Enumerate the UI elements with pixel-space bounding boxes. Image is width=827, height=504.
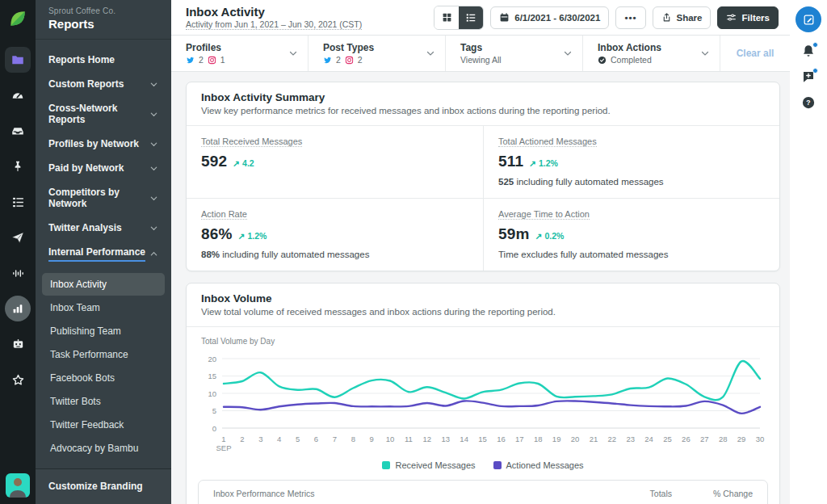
- subitem-inbox-team[interactable]: Inbox Team: [42, 296, 165, 319]
- svg-text:24: 24: [644, 435, 653, 443]
- clear-all-button[interactable]: Clear all: [720, 36, 790, 71]
- svg-text:?: ?: [806, 99, 810, 107]
- table-header-totals: Totals: [599, 489, 672, 498]
- inbox-performance-table: Inbox Performance Metrics Totals % Chang…: [198, 480, 768, 504]
- svg-text:4: 4: [277, 435, 281, 443]
- sidebar-item-internal-performance[interactable]: Internal Performance: [36, 240, 171, 268]
- svg-text:8: 8: [351, 435, 355, 443]
- inbox-volume-card: Inbox Volume View total volume of receiv…: [186, 283, 780, 504]
- share-button[interactable]: Share: [653, 6, 712, 29]
- internal-performance-submenu: Inbox Activity Inbox Team Publishing Tea…: [36, 268, 171, 468]
- svg-text:SEP: SEP: [216, 443, 231, 452]
- subitem-task-performance[interactable]: Task Performance: [42, 343, 165, 366]
- svg-text:30: 30: [756, 435, 765, 443]
- grid-view-button[interactable]: [434, 6, 459, 29]
- svg-text:20: 20: [571, 435, 580, 443]
- volume-chart: 0510152012345678910111213141516171819202…: [201, 351, 766, 456]
- svg-text:22: 22: [608, 435, 617, 443]
- calendar-icon: [499, 12, 510, 23]
- legend-received-messages: Received Messages: [382, 460, 475, 470]
- feedback-dot-badge: [812, 68, 818, 74]
- chevron-down-icon: [149, 224, 158, 233]
- chevron-down-icon: [288, 48, 298, 58]
- actioned-swatch-icon: [493, 461, 502, 469]
- nav-feeds-list-icon[interactable]: [5, 189, 31, 215]
- metric-action-rate: Action Rate 86% ↗ 1.2% 88% including ful…: [187, 198, 483, 271]
- filter-bar: Profiles 2 1 Post Types 2: [171, 36, 790, 72]
- page-title: Inbox Activity: [186, 5, 362, 19]
- share-icon: [661, 12, 672, 23]
- sidebar-menu: Reports Home Custom Reports Cross-Networ…: [36, 40, 171, 468]
- svg-text:2: 2: [240, 435, 244, 443]
- trend-up-icon: ↗: [238, 231, 246, 241]
- svg-text:5: 5: [212, 406, 216, 415]
- svg-text:12: 12: [423, 435, 432, 443]
- sidebar-item-custom-reports[interactable]: Custom Reports: [36, 72, 171, 96]
- chevron-down-icon: [149, 164, 158, 173]
- chevron-down-icon: [149, 80, 158, 89]
- header-actions: 6/1/2021 - 6/30/2021 ••• Share Filters: [434, 6, 779, 30]
- chevron-down-icon: [563, 48, 573, 58]
- filter-inbox-actions[interactable]: Inbox Actions Completed: [583, 36, 720, 71]
- sidebar-item-twitter-analysis[interactable]: Twitter Analysis: [36, 216, 171, 240]
- nav-reports-barchart-icon[interactable]: [5, 296, 31, 321]
- nav-pin-icon[interactable]: [5, 153, 31, 179]
- svg-text:0: 0: [212, 424, 216, 433]
- instagram-icon: [345, 56, 354, 65]
- nav-dashboard-gauge-icon[interactable]: [5, 82, 31, 108]
- chevron-down-icon: [700, 48, 710, 58]
- nav-folder-icon[interactable]: [5, 47, 31, 73]
- svg-text:19: 19: [552, 435, 561, 443]
- notifications-bell-icon[interactable]: [801, 44, 816, 58]
- sidebar-item-profiles-by-network[interactable]: Profiles by Network: [36, 132, 171, 156]
- twitter-icon: [323, 56, 332, 65]
- nav-reviews-star-icon[interactable]: [5, 367, 31, 393]
- filter-post-types[interactable]: Post Types 2 2: [309, 36, 446, 71]
- nav-bots-robot-icon[interactable]: [5, 331, 31, 357]
- svg-text:17: 17: [515, 435, 524, 443]
- compose-button[interactable]: [796, 6, 821, 32]
- subitem-facebook-bots[interactable]: Facebook Bots: [42, 367, 165, 389]
- svg-text:10: 10: [208, 389, 216, 398]
- nav-publishing-send-icon[interactable]: [5, 225, 31, 250]
- svg-text:6: 6: [314, 435, 318, 443]
- twitter-icon: [186, 56, 195, 65]
- subitem-twitter-feedback[interactable]: Twitter Feedback: [42, 414, 165, 436]
- trend-up-icon: ↗: [529, 158, 536, 168]
- feedback-chat-icon[interactable]: [801, 69, 816, 84]
- svg-text:21: 21: [590, 435, 598, 443]
- filters-button[interactable]: Filters: [717, 6, 779, 29]
- filter-tags[interactable]: Tags Viewing All: [446, 36, 583, 71]
- sidebar-item-competitors-by-network[interactable]: Competitors by Network: [36, 180, 171, 216]
- svg-text:29: 29: [737, 435, 746, 443]
- subitem-publishing-team[interactable]: Publishing Team: [42, 320, 165, 342]
- svg-text:15: 15: [478, 435, 487, 443]
- report-date-subtitle[interactable]: Activity from Jun 1, 2021 – Jun 30, 2021…: [186, 19, 362, 30]
- more-options-button[interactable]: •••: [615, 6, 645, 29]
- grid-icon: [442, 12, 452, 23]
- sliders-icon: [726, 12, 737, 23]
- inbox-activity-summary-card: Inbox Activity Summary View key performa…: [186, 82, 780, 271]
- sidebar-item-paid-by-network[interactable]: Paid by Network: [36, 156, 171, 180]
- nav-listening-waveform-icon[interactable]: [5, 260, 31, 286]
- date-range-button[interactable]: 6/1/2021 - 6/30/2021: [490, 6, 609, 29]
- subitem-twitter-bots[interactable]: Twitter Bots: [42, 390, 165, 413]
- subitem-inbox-activity[interactable]: Inbox Activity: [42, 273, 165, 296]
- help-question-icon[interactable]: ?: [801, 95, 816, 110]
- filter-profiles[interactable]: Profiles 2 1: [171, 36, 309, 71]
- volume-card-title: Inbox Volume: [201, 292, 765, 304]
- list-view-button[interactable]: [459, 6, 483, 29]
- nav-inbox-tray-icon[interactable]: [5, 118, 31, 144]
- svg-text:11: 11: [405, 435, 413, 443]
- metric-total-actioned: Total Actioned Messages 511 ↗ 1.2% 525 i…: [483, 126, 779, 198]
- svg-text:5: 5: [296, 435, 300, 443]
- subitem-advocacy-by-bambu[interactable]: Advocacy by Bambu: [42, 437, 165, 460]
- customize-branding-button[interactable]: Customize Branding: [36, 468, 171, 504]
- report-content: Inbox Activity Summary View key performa…: [171, 72, 790, 504]
- sidebar-item-cross-network-reports[interactable]: Cross-Network Reports: [36, 96, 171, 132]
- sidebar-item-reports-home[interactable]: Reports Home: [36, 48, 171, 72]
- user-avatar[interactable]: [6, 473, 30, 498]
- report-header: Inbox Activity Activity from Jun 1, 2021…: [171, 0, 790, 36]
- view-toggle: [434, 6, 484, 30]
- app-icon-rail: [0, 0, 36, 504]
